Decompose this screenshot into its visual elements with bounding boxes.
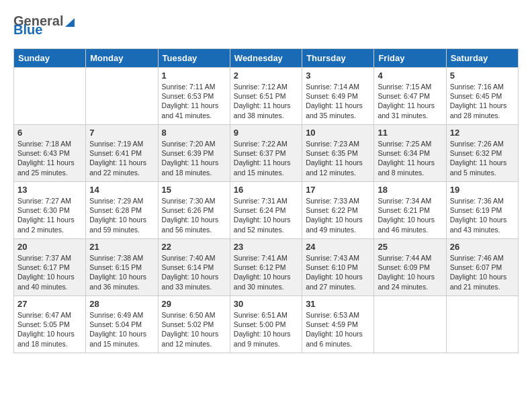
calendar-week-row: 27Sunrise: 6:47 AM Sunset: 5:05 PM Dayli… [14, 296, 519, 353]
day-info: Sunrise: 7:36 AM Sunset: 6:19 PM Dayligh… [450, 196, 515, 234]
day-info: Sunrise: 6:50 AM Sunset: 5:02 PM Dayligh… [162, 310, 226, 349]
calendar-day-cell: 19Sunrise: 7:36 AM Sunset: 6:19 PM Dayli… [446, 182, 518, 239]
calendar-day-cell: 13Sunrise: 7:27 AM Sunset: 6:30 PM Dayli… [14, 182, 86, 239]
calendar-day-cell: 25Sunrise: 7:44 AM Sunset: 6:09 PM Dayli… [374, 239, 446, 296]
day-number: 12 [450, 128, 515, 138]
calendar-day-cell: 12Sunrise: 7:26 AM Sunset: 6:32 PM Dayli… [446, 125, 518, 182]
calendar-day-cell: 26Sunrise: 7:46 AM Sunset: 6:07 PM Dayli… [446, 239, 518, 296]
day-number: 14 [89, 185, 154, 195]
day-info: Sunrise: 7:11 AM Sunset: 6:53 PM Dayligh… [162, 82, 226, 120]
calendar-day-cell: 28Sunrise: 6:49 AM Sunset: 5:04 PM Dayli… [86, 296, 158, 353]
calendar-day-cell: 27Sunrise: 6:47 AM Sunset: 5:05 PM Dayli… [14, 296, 86, 353]
day-number: 28 [89, 299, 154, 309]
day-info: Sunrise: 7:31 AM Sunset: 6:24 PM Dayligh… [234, 196, 298, 234]
calendar-day-cell: 5Sunrise: 7:16 AM Sunset: 6:45 PM Daylig… [446, 68, 518, 125]
day-info: Sunrise: 7:29 AM Sunset: 6:28 PM Dayligh… [89, 196, 154, 234]
day-number: 2 [234, 71, 298, 81]
calendar-header-row: SundayMondayTuesdayWednesdayThursdayFrid… [14, 49, 519, 68]
calendar-day-cell: 15Sunrise: 7:30 AM Sunset: 6:26 PM Dayli… [158, 182, 230, 239]
day-info: Sunrise: 7:37 AM Sunset: 6:17 PM Dayligh… [17, 253, 82, 291]
day-number: 8 [162, 128, 226, 138]
day-number: 3 [306, 71, 370, 81]
day-number: 25 [378, 242, 442, 252]
day-number: 7 [89, 128, 154, 138]
day-info: Sunrise: 6:49 AM Sunset: 5:04 PM Dayligh… [89, 310, 154, 349]
day-info: Sunrise: 7:18 AM Sunset: 6:43 PM Dayligh… [17, 139, 82, 177]
calendar-day-cell: 1Sunrise: 7:11 AM Sunset: 6:53 PM Daylig… [158, 68, 230, 125]
calendar-day-cell: 21Sunrise: 7:38 AM Sunset: 6:15 PM Dayli… [86, 239, 158, 296]
calendar-day-cell: 29Sunrise: 6:50 AM Sunset: 5:02 PM Dayli… [158, 296, 230, 353]
day-number: 16 [234, 185, 298, 195]
calendar-day-cell: 31Sunrise: 6:53 AM Sunset: 4:59 PM Dayli… [302, 296, 374, 353]
day-info: Sunrise: 7:15 AM Sunset: 6:47 PM Dayligh… [378, 82, 442, 120]
calendar-day-cell: 16Sunrise: 7:31 AM Sunset: 6:24 PM Dayli… [230, 182, 302, 239]
calendar-day-cell: 2Sunrise: 7:12 AM Sunset: 6:51 PM Daylig… [230, 68, 302, 125]
day-number: 17 [306, 185, 370, 195]
day-info: Sunrise: 7:46 AM Sunset: 6:07 PM Dayligh… [450, 253, 515, 291]
day-info: Sunrise: 7:33 AM Sunset: 6:22 PM Dayligh… [306, 196, 370, 234]
svg-marker-0 [65, 18, 75, 27]
day-number: 22 [162, 242, 226, 252]
day-info: Sunrise: 7:27 AM Sunset: 6:30 PM Dayligh… [17, 196, 82, 234]
calendar-day-cell: 22Sunrise: 7:40 AM Sunset: 6:14 PM Dayli… [158, 239, 230, 296]
calendar-day-cell: 6Sunrise: 7:18 AM Sunset: 6:43 PM Daylig… [14, 125, 86, 182]
day-info: Sunrise: 7:40 AM Sunset: 6:14 PM Dayligh… [162, 253, 226, 291]
calendar-day-header: Tuesday [158, 49, 230, 68]
header: General Blue [13, 13, 519, 38]
day-number: 13 [17, 185, 82, 195]
logo-triangle-icon [64, 15, 75, 28]
calendar-day-cell: 3Sunrise: 7:14 AM Sunset: 6:49 PM Daylig… [302, 68, 374, 125]
day-number: 30 [234, 299, 298, 309]
calendar-day-header: Saturday [446, 49, 518, 68]
day-number: 4 [378, 71, 442, 81]
calendar-day-cell: 20Sunrise: 7:37 AM Sunset: 6:17 PM Dayli… [14, 239, 86, 296]
day-number: 23 [234, 242, 298, 252]
logo-blue-text: Blue [13, 22, 42, 37]
day-number: 9 [234, 128, 298, 138]
day-number: 31 [306, 299, 370, 309]
day-info: Sunrise: 7:16 AM Sunset: 6:45 PM Dayligh… [450, 82, 515, 120]
calendar-day-cell: 9Sunrise: 7:22 AM Sunset: 6:37 PM Daylig… [230, 125, 302, 182]
day-number: 11 [378, 128, 442, 138]
day-number: 27 [17, 299, 82, 309]
calendar-day-cell: 11Sunrise: 7:25 AM Sunset: 6:34 PM Dayli… [374, 125, 446, 182]
day-info: Sunrise: 7:25 AM Sunset: 6:34 PM Dayligh… [378, 139, 442, 177]
calendar-day-cell: 18Sunrise: 7:34 AM Sunset: 6:21 PM Dayli… [374, 182, 446, 239]
calendar-day-cell: 14Sunrise: 7:29 AM Sunset: 6:28 PM Dayli… [86, 182, 158, 239]
day-info: Sunrise: 6:53 AM Sunset: 4:59 PM Dayligh… [306, 310, 370, 349]
day-info: Sunrise: 6:47 AM Sunset: 5:05 PM Dayligh… [17, 310, 82, 349]
day-info: Sunrise: 7:26 AM Sunset: 6:32 PM Dayligh… [450, 139, 515, 177]
day-info: Sunrise: 7:34 AM Sunset: 6:21 PM Dayligh… [378, 196, 442, 234]
day-info: Sunrise: 7:20 AM Sunset: 6:39 PM Dayligh… [162, 139, 226, 177]
calendar-week-row: 13Sunrise: 7:27 AM Sunset: 6:30 PM Dayli… [14, 182, 519, 239]
calendar-day-cell: 4Sunrise: 7:15 AM Sunset: 6:47 PM Daylig… [374, 68, 446, 125]
calendar-day-cell: 23Sunrise: 7:41 AM Sunset: 6:12 PM Dayli… [230, 239, 302, 296]
calendar-day-cell: 10Sunrise: 7:23 AM Sunset: 6:35 PM Dayli… [302, 125, 374, 182]
day-number: 15 [162, 185, 226, 195]
day-number: 1 [162, 71, 226, 81]
day-number: 21 [89, 242, 154, 252]
day-info: Sunrise: 7:41 AM Sunset: 6:12 PM Dayligh… [234, 253, 298, 291]
calendar-day-header: Friday [374, 49, 446, 68]
day-info: Sunrise: 6:51 AM Sunset: 5:00 PM Dayligh… [234, 310, 298, 349]
day-number: 18 [378, 185, 442, 195]
day-number: 26 [450, 242, 515, 252]
calendar-week-row: 6Sunrise: 7:18 AM Sunset: 6:43 PM Daylig… [14, 125, 519, 182]
calendar-day-cell [86, 68, 158, 125]
calendar-day-header: Monday [86, 49, 158, 68]
day-info: Sunrise: 7:12 AM Sunset: 6:51 PM Dayligh… [234, 82, 298, 120]
day-info: Sunrise: 7:14 AM Sunset: 6:49 PM Dayligh… [306, 82, 370, 120]
day-info: Sunrise: 7:23 AM Sunset: 6:35 PM Dayligh… [306, 139, 370, 177]
logo: General Blue [13, 13, 77, 38]
calendar-day-cell: 30Sunrise: 6:51 AM Sunset: 5:00 PM Dayli… [230, 296, 302, 353]
day-info: Sunrise: 7:30 AM Sunset: 6:26 PM Dayligh… [162, 196, 226, 234]
calendar-day-cell [446, 296, 518, 353]
calendar-week-row: 20Sunrise: 7:37 AM Sunset: 6:17 PM Dayli… [14, 239, 519, 296]
logo-blue-container: Blue [13, 22, 42, 38]
calendar-day-cell: 8Sunrise: 7:20 AM Sunset: 6:39 PM Daylig… [158, 125, 230, 182]
calendar-day-cell [14, 68, 86, 125]
calendar-table: SundayMondayTuesdayWednesdayThursdayFrid… [13, 48, 519, 353]
calendar-day-cell: 7Sunrise: 7:19 AM Sunset: 6:41 PM Daylig… [86, 125, 158, 182]
day-number: 29 [162, 299, 226, 309]
day-info: Sunrise: 7:44 AM Sunset: 6:09 PM Dayligh… [378, 253, 442, 291]
